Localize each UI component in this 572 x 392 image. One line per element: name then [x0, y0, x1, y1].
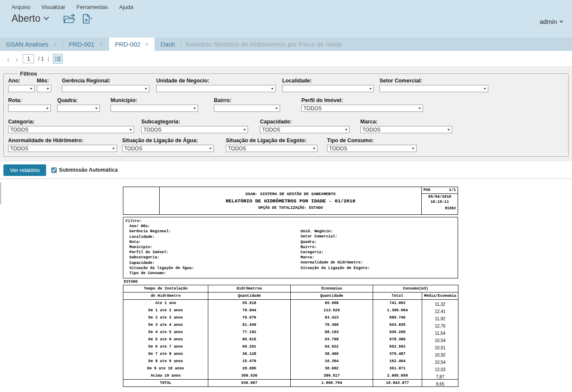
- tipo-consumo-label: Tipo de Consumo:: [327, 137, 417, 143]
- report-header-logo-cell: [123, 187, 160, 215]
- ver-relatorio-button[interactable]: Ver relatório: [3, 164, 46, 176]
- toolbar: Aberto: [12, 13, 93, 24]
- situacao-ligacao-esgoto-select[interactable]: TODOS: [226, 145, 318, 152]
- capacidade-value: TODOS: [262, 127, 280, 133]
- auto-submit-control[interactable]: Submissão Automática: [51, 167, 118, 173]
- report-subtitle: OPÇÃO DE TOTALIZAÇÃO: ESTADO: [160, 206, 421, 210]
- table-cell: De 6 ate 7 anos: [123, 343, 208, 351]
- chevron-down-icon: [345, 129, 347, 131]
- report-filter-label: Bairro:: [301, 245, 370, 250]
- user-menu[interactable]: admin: [540, 18, 563, 25]
- table-header-cell: do Hidrômetro: [123, 293, 208, 300]
- gerencia-regional-select[interactable]: [62, 85, 149, 92]
- report-filter-label: Ano/ Mês:: [129, 224, 301, 229]
- filters-legend: Filtros: [18, 70, 40, 77]
- filters-region: Filtros Ano: Mês: Gerência Regional: Uni…: [0, 67, 572, 161]
- open-dropdown[interactable]: Aberto: [12, 13, 48, 24]
- perfil-imovel-label: Perfil do Imóvel:: [301, 97, 423, 103]
- mes-label: Mês:: [37, 78, 51, 84]
- table-cell: 978.389: [373, 336, 422, 343]
- report-filter-label: Tipo de Consumo:: [129, 271, 301, 276]
- situacao-ligacao-agua-select[interactable]: TODOS: [122, 145, 214, 152]
- report-date: 05/04/2018: [422, 195, 458, 199]
- bairro-select[interactable]: [214, 105, 280, 112]
- report-section-label: ESTADO: [124, 280, 458, 284]
- tipo-consumo-select[interactable]: TODOS: [327, 145, 417, 152]
- filter-field-capacidade: Capacidade: TODOS: [260, 119, 350, 133]
- municipio-select[interactable]: [111, 105, 198, 112]
- close-icon[interactable]: ×: [53, 41, 56, 47]
- report-filter-left-column: Ano/ Mês: Gerência Regional: Localidade:…: [125, 224, 301, 276]
- table-cell: 2.605.059: [373, 372, 422, 380]
- tab-prd-002[interactable]: PRD-002 ×: [109, 38, 155, 51]
- prev-page-button[interactable]: ‹: [6, 55, 11, 63]
- chevron-down-icon: [313, 148, 315, 149]
- unidade-negocio-select[interactable]: [156, 85, 276, 92]
- table-row: Ate 1 ano 55.618 65.608 741.002 11,32: [123, 300, 458, 307]
- close-icon[interactable]: ×: [99, 41, 102, 47]
- next-page-button[interactable]: ›: [15, 55, 19, 63]
- table-row: De 7 ate 8 anos 36.128 38.469 370.487 10…: [123, 351, 458, 358]
- subcategoria-select[interactable]: TODOS: [141, 126, 248, 133]
- report-header-table: GSAN- SISTEMA DE GESTÃO DE SANEAMENTO RE…: [123, 187, 458, 215]
- page-number-input[interactable]: [23, 54, 34, 63]
- report-filter-label: Município:: [129, 245, 301, 250]
- table-cell: De 7 ate 8 anos: [123, 351, 208, 358]
- situacao-ligacao-esgoto-label: Situação de Ligação de Esgoto:: [226, 137, 318, 143]
- municipio-label: Município:: [111, 97, 198, 103]
- situacao-ligacao-agua-label: Situação de Ligação de Água:: [122, 137, 214, 143]
- filter-field-gerencia-regional: Gerência Regional:: [62, 78, 149, 92]
- capacidade-select[interactable]: TODOS: [260, 126, 350, 133]
- anormalidade-hidrometro-select[interactable]: TODOS: [8, 145, 117, 152]
- menu-visualizar[interactable]: Visualizar: [41, 4, 65, 10]
- report-filter-label: Situação da ligação de Água:: [129, 266, 301, 271]
- tab-gsan-analises[interactable]: GSAN Analises ×: [0, 38, 63, 51]
- scrollbar-thumb[interactable]: [0, 182, 1, 205]
- auto-submit-checkbox[interactable]: [51, 167, 57, 173]
- categoria-value: TODOS: [10, 127, 28, 133]
- filter-field-categoria: Categoria: TODOS: [8, 119, 134, 133]
- chevron-down-icon: [44, 15, 49, 20]
- ano-select[interactable]: [8, 85, 35, 92]
- setor-comercial-select[interactable]: [379, 85, 488, 92]
- quadra-select[interactable]: [57, 105, 100, 112]
- menu-ferramentas[interactable]: Ferramentas: [76, 4, 108, 10]
- pag-label: PAG: [423, 188, 430, 192]
- table-cell: 943.835: [373, 322, 422, 329]
- new-document-button[interactable]: [82, 14, 93, 24]
- filter-field-quadra: Quadra:: [57, 97, 100, 112]
- table-header-row: Tempo de Instalação Hidrômetros Economia…: [123, 285, 458, 293]
- table-cell: 64.922: [291, 343, 373, 351]
- open-folder-button[interactable]: [63, 14, 76, 24]
- menu-ajuda[interactable]: Ajuda: [119, 4, 133, 10]
- tab-dash[interactable]: Dash: [155, 38, 181, 51]
- table-header-cell: Quantidade: [291, 293, 373, 300]
- localidade-label: Localidade:: [282, 78, 374, 84]
- filters-row-1: Ano: Mês: Gerência Regional: Unidade de …: [8, 78, 564, 92]
- report-filter-box: Filtro: Ano/ Mês: Gerência Regional: Loc…: [123, 217, 458, 278]
- tab-label: PRD-002: [115, 41, 140, 48]
- tab-prd-001[interactable]: PRD-001 ×: [63, 38, 109, 51]
- close-icon[interactable]: ×: [145, 41, 149, 47]
- table-cell: 36.128: [208, 351, 291, 358]
- marca-select[interactable]: TODOS: [360, 126, 452, 133]
- report-filter-label: Unid. Negócio:: [301, 229, 370, 234]
- chevron-down-icon: [193, 108, 196, 109]
- table-cell: 70.079: [208, 314, 291, 322]
- chevron-down-icon: [275, 108, 278, 109]
- localidade-select[interactable]: [282, 85, 374, 92]
- menubar: Arquivo Visualizar Ferramentas Ajuda: [0, 0, 572, 10]
- filter-field-ano: Ano:: [8, 78, 35, 92]
- chevron-down-icon: [47, 88, 49, 90]
- menu-arquivo[interactable]: Arquivo: [12, 4, 30, 10]
- table-cell: 78.844: [208, 307, 291, 314]
- rota-select[interactable]: [8, 105, 51, 112]
- table-cell: 652.592: [373, 343, 422, 351]
- table-cell: 38.469: [291, 351, 373, 358]
- toc-button[interactable]: [53, 54, 63, 64]
- subcategoria-value: TODOS: [143, 127, 161, 133]
- table-cell: 11,32: [422, 300, 458, 307]
- perfil-imovel-select[interactable]: TODOS: [301, 105, 423, 112]
- categoria-select[interactable]: TODOS: [8, 126, 134, 133]
- mes-select[interactable]: [37, 85, 51, 92]
